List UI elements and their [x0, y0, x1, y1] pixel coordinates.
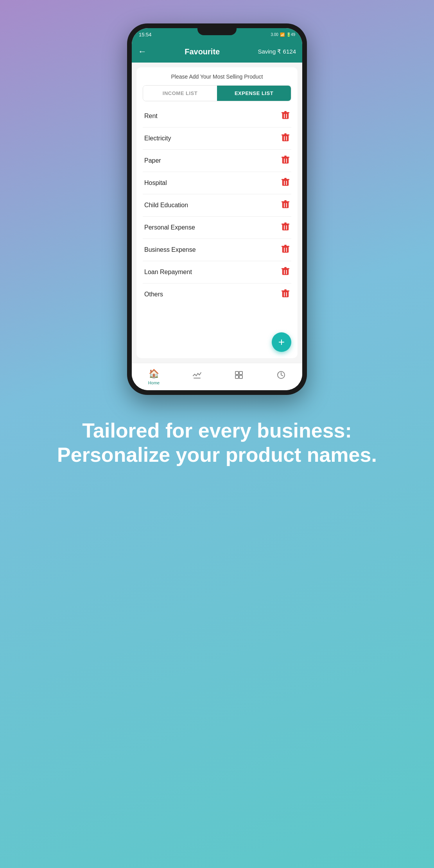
- nav-history[interactable]: [276, 370, 286, 384]
- svg-rect-10: [282, 158, 289, 164]
- content-area: Please Add Your Most Selling Product INC…: [132, 63, 302, 363]
- list-item-label: Rent: [144, 113, 158, 120]
- list-item: Paper: [143, 150, 291, 172]
- svg-rect-17: [284, 178, 287, 179]
- list-item: Loan Repayment: [143, 261, 291, 283]
- list-item: Rent: [143, 105, 291, 127]
- svg-rect-7: [284, 133, 287, 135]
- nav-analytics[interactable]: [192, 370, 202, 384]
- card-subtitle: Please Add Your Most Selling Product: [143, 74, 291, 80]
- phone-inner: 15:54 3.00 📶 🔋49 ← Favourite Saving ₹ 61…: [132, 28, 302, 390]
- svg-rect-2: [284, 111, 287, 113]
- list-item-label: Personal Expense: [144, 224, 195, 231]
- list-item-label: Hospital: [144, 179, 167, 187]
- back-button[interactable]: ←: [138, 47, 147, 57]
- svg-rect-32: [284, 245, 287, 246]
- delete-button[interactable]: [281, 244, 290, 255]
- list-item: Others: [143, 283, 291, 305]
- delete-button[interactable]: [281, 222, 290, 233]
- page-title: Favourite: [185, 47, 220, 56]
- list-item-label: Paper: [144, 157, 161, 164]
- list-item: Business Expense: [143, 239, 291, 261]
- delete-button[interactable]: [281, 289, 290, 300]
- analytics-icon: [192, 370, 202, 382]
- delete-button[interactable]: [281, 155, 290, 166]
- svg-rect-5: [282, 135, 289, 142]
- status-icons: 3.00 📶 🔋49: [271, 32, 295, 37]
- notch: [197, 28, 237, 35]
- svg-rect-42: [284, 289, 287, 291]
- tab-income-list[interactable]: INCOME LIST: [143, 86, 217, 101]
- svg-rect-0: [282, 113, 289, 119]
- list-item-label: Child Education: [144, 202, 188, 209]
- svg-rect-48: [235, 375, 239, 378]
- svg-rect-46: [235, 371, 239, 375]
- tagline: Tailored for every business: Personalize…: [0, 395, 434, 483]
- status-time: 15:54: [139, 32, 152, 38]
- main-card: Please Add Your Most Selling Product INC…: [136, 67, 298, 358]
- svg-rect-47: [239, 371, 242, 375]
- list-item-label: Electricity: [144, 135, 171, 142]
- nav-home[interactable]: 🏠 Home: [148, 369, 160, 385]
- svg-rect-20: [282, 202, 289, 208]
- nav-grid[interactable]: [234, 370, 244, 384]
- phone-shell: 15:54 3.00 📶 🔋49 ← Favourite Saving ₹ 61…: [127, 23, 307, 395]
- status-bar: 15:54 3.00 📶 🔋49: [132, 28, 302, 41]
- delete-button[interactable]: [281, 111, 290, 122]
- tab-expense-list[interactable]: EXPENSE LIST: [217, 86, 291, 101]
- svg-rect-25: [282, 224, 289, 231]
- list-item: Child Education: [143, 194, 291, 217]
- bottom-nav: 🏠 Home: [132, 363, 302, 390]
- list-item: Personal Expense: [143, 217, 291, 239]
- svg-rect-27: [284, 222, 287, 224]
- top-bar: ← Favourite Saving ₹ 6124: [132, 41, 302, 63]
- list-item: Electricity: [143, 127, 291, 150]
- history-icon: [276, 370, 286, 382]
- home-icon: 🏠: [149, 369, 159, 379]
- svg-rect-35: [282, 269, 289, 275]
- saving-label: Saving ₹ 6124: [258, 48, 296, 55]
- list-item: Hospital: [143, 172, 291, 194]
- delete-button[interactable]: [281, 178, 290, 188]
- expense-list: Rent Electricity Paper Hospital Child Ed…: [143, 105, 291, 305]
- svg-rect-12: [284, 156, 287, 157]
- tabs-container: INCOME LIST EXPENSE LIST: [143, 85, 291, 101]
- svg-rect-37: [284, 267, 287, 269]
- list-item-label: Loan Repayment: [144, 269, 192, 276]
- svg-rect-49: [239, 375, 242, 378]
- svg-rect-22: [284, 200, 287, 202]
- svg-rect-40: [282, 291, 289, 298]
- svg-rect-15: [282, 180, 289, 186]
- grid-icon: [234, 370, 244, 382]
- list-item-label: Others: [144, 291, 163, 298]
- delete-button[interactable]: [281, 267, 290, 278]
- delete-button[interactable]: [281, 200, 290, 211]
- nav-home-label: Home: [148, 380, 160, 385]
- add-button[interactable]: +: [272, 332, 291, 352]
- list-item-label: Business Expense: [144, 246, 196, 253]
- svg-rect-30: [282, 247, 289, 253]
- delete-button[interactable]: [281, 133, 290, 144]
